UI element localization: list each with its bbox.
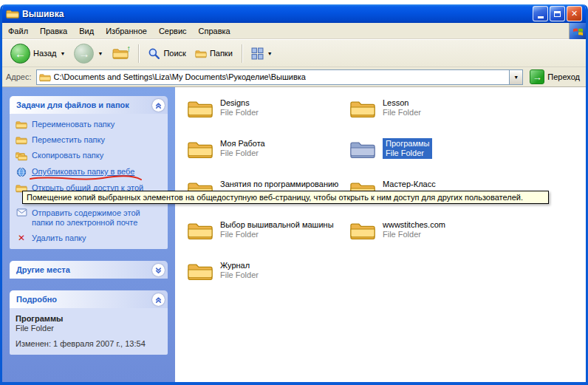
task-email-folder[interactable]: Отправить содержимое этой папки по элект… xyxy=(16,208,163,228)
panel-other-places: Другие места xyxy=(10,261,168,279)
folder-icon xyxy=(349,138,376,160)
menu-item-help[interactable]: Справка xyxy=(193,24,236,38)
file-name: Занятия по программированию xyxy=(220,180,338,189)
views-button[interactable]: ▼ xyxy=(247,46,276,61)
menu-item-view[interactable]: Вид xyxy=(73,24,100,38)
task-delete-folder[interactable]: ✕ Удалить папку xyxy=(16,234,163,243)
go-button[interactable]: → Переход xyxy=(527,69,582,84)
panel-title: Подробно xyxy=(16,295,57,304)
forward-dropdown-icon[interactable]: ▼ xyxy=(98,51,103,56)
folder-icon xyxy=(187,138,213,160)
email-folder-icon xyxy=(16,208,27,217)
task-copy-folder[interactable]: Скопировать папку xyxy=(16,151,163,161)
task-label: Отправить содержимое этой папки по элект… xyxy=(32,208,159,228)
rename-folder-icon xyxy=(16,120,27,129)
menu-item-edit[interactable]: Правка xyxy=(34,24,73,38)
file-name: Мастер-Класс xyxy=(383,180,436,189)
chevron-up-icon[interactable] xyxy=(152,99,165,112)
delete-folder-icon: ✕ xyxy=(16,234,27,242)
task-label: Переименовать папку xyxy=(32,120,114,129)
move-folder-icon xyxy=(16,135,27,145)
windows-logo-icon xyxy=(569,23,586,39)
maximize-button[interactable] xyxy=(550,6,565,21)
search-button[interactable]: Поиск xyxy=(144,46,189,61)
task-label: Опубликовать папку в вебе xyxy=(32,167,134,177)
file-type: File Folder xyxy=(220,230,334,239)
details-body: Программы File Folder Изменен: 1 февраля… xyxy=(10,308,168,355)
explorer-window: Вышивка ✕ Файл Правка Вид Избранное Серв… xyxy=(0,4,588,385)
file-name: Журнал xyxy=(220,261,259,270)
task-label: Удалить папку xyxy=(32,234,86,243)
menu-item-favorites[interactable]: Избранное xyxy=(100,24,153,38)
folders-button[interactable]: Папки xyxy=(191,47,236,60)
tooltip: Помещение копий выбранных элементов на о… xyxy=(22,191,549,204)
toolbar-separator xyxy=(242,44,242,63)
go-label: Переход xyxy=(547,72,580,81)
file-tile-vybor-vyshivalnoy-mashiny[interactable]: Выбор вышивальной машины File Folder xyxy=(187,219,345,260)
address-bar: Адрес: C:\Documents and Settings\Liza\My… xyxy=(2,67,586,87)
minimize-icon xyxy=(538,16,544,18)
back-dropdown-icon[interactable]: ▼ xyxy=(61,51,66,56)
back-button[interactable]: ← Назад ▼ xyxy=(7,42,69,65)
panel-file-tasks-header[interactable]: Задачи для файлов и папок xyxy=(10,96,168,114)
window-title: Вышивка xyxy=(22,9,64,19)
maximize-icon xyxy=(554,11,561,17)
task-rename-folder[interactable]: Переименовать папку xyxy=(16,120,163,129)
forward-icon: → xyxy=(74,44,94,64)
up-button[interactable]: ↑ xyxy=(108,44,133,62)
publish-folder-web-icon xyxy=(16,167,27,177)
file-name: Программы xyxy=(386,139,429,149)
toolbar-separator xyxy=(138,44,139,63)
address-path: C:\Documents and Settings\Liza\My Docume… xyxy=(54,72,306,81)
views-dropdown-icon[interactable]: ▼ xyxy=(267,51,273,56)
title-bar[interactable]: Вышивка ✕ xyxy=(2,4,586,23)
panel-title: Другие места xyxy=(16,265,70,274)
panel-file-tasks: Задачи для файлов и папок Переименовать … xyxy=(10,96,168,249)
go-icon: → xyxy=(530,69,544,84)
file-type: File Folder xyxy=(220,108,259,117)
file-tile-lesson[interactable]: Lesson File Folder xyxy=(349,98,507,138)
chevron-down-icon[interactable] xyxy=(152,264,165,276)
back-icon: ← xyxy=(10,44,30,64)
menu-item-file[interactable]: Файл xyxy=(2,24,34,38)
file-type: File Folder xyxy=(383,108,421,117)
menu-bar: Файл Правка Вид Избранное Сервис Справка xyxy=(2,23,586,40)
details-modified: Изменен: 1 февраля 2007 г., 13:54 xyxy=(16,339,163,349)
file-tile-moya-rabota[interactable]: Моя Работа File Folder xyxy=(187,138,345,179)
forward-button[interactable]: → ▼ xyxy=(70,42,106,65)
views-icon xyxy=(251,47,264,60)
address-label: Адрес: xyxy=(6,72,32,81)
file-tile-designs[interactable]: Designs File Folder xyxy=(187,98,345,138)
file-tile-wwwstitches[interactable]: wwwstitches.com File Folder xyxy=(349,219,507,260)
task-publish-folder-web[interactable]: Опубликовать папку в вебе xyxy=(16,167,163,177)
file-name: Моя Работа xyxy=(220,139,265,149)
panel-other-places-header[interactable]: Другие места xyxy=(10,261,168,279)
menu-item-tools[interactable]: Сервис xyxy=(153,24,193,38)
details-name: Программы xyxy=(16,314,163,324)
panel-details-header[interactable]: Подробно xyxy=(10,290,168,308)
folders-label: Папки xyxy=(210,49,233,58)
task-move-folder[interactable]: Переместить папку xyxy=(16,135,163,145)
folder-icon xyxy=(349,219,376,241)
chevron-up-icon[interactable] xyxy=(152,293,165,306)
file-type: File Folder xyxy=(386,149,429,158)
address-input[interactable]: C:\Documents and Settings\Liza\My Docume… xyxy=(36,69,524,85)
file-type: File Folder xyxy=(383,230,445,239)
minimize-button[interactable] xyxy=(533,6,548,21)
file-tasks-list: Переименовать папку Переместить папку xyxy=(10,114,168,249)
panel-title: Задачи для файлов и папок xyxy=(16,100,129,109)
task-label: Переместить папку xyxy=(32,135,105,145)
folders-icon xyxy=(195,49,207,58)
file-type: File Folder xyxy=(220,270,259,280)
search-icon xyxy=(148,47,160,60)
file-tile-zhurnal[interactable]: Журнал File Folder xyxy=(187,260,345,301)
close-button[interactable]: ✕ xyxy=(567,6,582,21)
address-dropdown-button[interactable]: ▼ xyxy=(509,70,522,84)
file-tile-programmy[interactable]: Программы File Folder xyxy=(349,138,507,179)
folder-icon xyxy=(349,98,376,119)
task-label: Скопировать папку xyxy=(32,151,103,160)
folder-icon xyxy=(187,219,213,241)
file-name: Выбор вышивальной машины xyxy=(220,220,334,230)
file-type: File Folder xyxy=(220,149,265,158)
back-label: Назад xyxy=(33,49,57,58)
